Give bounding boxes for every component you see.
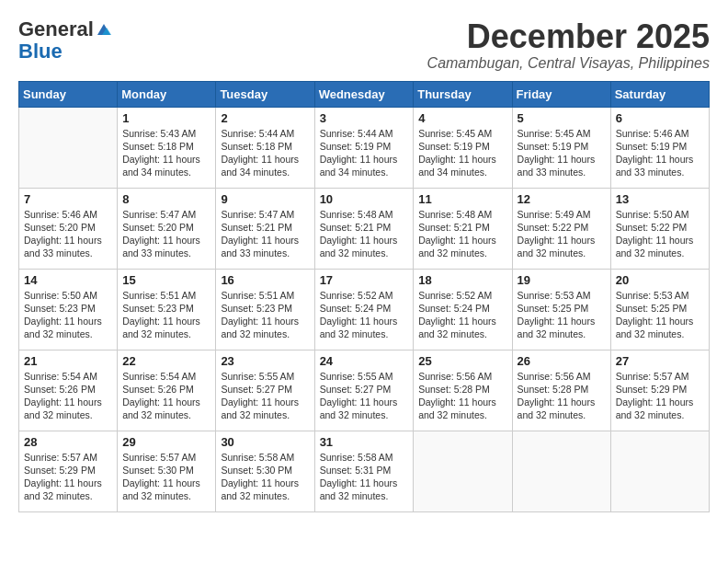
day-info: Sunrise: 5:48 AM Sunset: 5:21 PM Dayligh… (320, 208, 409, 260)
logo: General Blue (18, 18, 112, 63)
calendar-cell: 20Sunrise: 5:53 AM Sunset: 5:25 PM Dayli… (610, 269, 709, 350)
day-info: Sunrise: 5:55 AM Sunset: 5:27 PM Dayligh… (320, 370, 409, 422)
calendar-cell: 26Sunrise: 5:56 AM Sunset: 5:28 PM Dayli… (512, 350, 610, 431)
calendar-cell: 16Sunrise: 5:51 AM Sunset: 5:23 PM Dayli… (216, 269, 314, 350)
logo-blue-text: Blue (18, 40, 63, 63)
day-number: 3 (320, 111, 409, 125)
day-info: Sunrise: 5:43 AM Sunset: 5:18 PM Dayligh… (122, 127, 210, 179)
calendar-cell (414, 431, 512, 511)
logo-icon (96, 22, 112, 37)
week-row-3: 14Sunrise: 5:50 AM Sunset: 5:23 PM Dayli… (19, 269, 710, 350)
calendar-cell: 23Sunrise: 5:55 AM Sunset: 5:27 PM Dayli… (216, 350, 314, 431)
day-info: Sunrise: 5:52 AM Sunset: 5:24 PM Dayligh… (418, 289, 506, 341)
calendar-cell: 18Sunrise: 5:52 AM Sunset: 5:24 PM Dayli… (414, 269, 512, 350)
calendar-cell: 2Sunrise: 5:44 AM Sunset: 5:18 PM Daylig… (216, 107, 314, 188)
day-number: 24 (320, 354, 409, 368)
week-row-4: 21Sunrise: 5:54 AM Sunset: 5:26 PM Dayli… (19, 350, 710, 431)
weekday-header-monday: Monday (118, 81, 216, 107)
day-info: Sunrise: 5:45 AM Sunset: 5:19 PM Dayligh… (518, 127, 606, 179)
day-number: 14 (24, 273, 112, 287)
day-number: 4 (418, 111, 506, 125)
day-info: Sunrise: 5:54 AM Sunset: 5:26 PM Dayligh… (24, 370, 112, 422)
title-block: December 2025 Camambugan, Central Visaya… (427, 18, 710, 72)
day-info: Sunrise: 5:57 AM Sunset: 5:30 PM Dayligh… (122, 451, 210, 503)
day-info: Sunrise: 5:44 AM Sunset: 5:19 PM Dayligh… (320, 127, 409, 179)
calendar-cell: 4Sunrise: 5:45 AM Sunset: 5:19 PM Daylig… (414, 107, 512, 188)
day-info: Sunrise: 5:55 AM Sunset: 5:27 PM Dayligh… (221, 370, 309, 422)
day-number: 23 (221, 354, 309, 368)
day-info: Sunrise: 5:51 AM Sunset: 5:23 PM Dayligh… (221, 289, 309, 341)
calendar-cell: 24Sunrise: 5:55 AM Sunset: 5:27 PM Dayli… (314, 350, 414, 431)
day-number: 7 (24, 192, 112, 206)
calendar-cell: 13Sunrise: 5:50 AM Sunset: 5:22 PM Dayli… (610, 188, 709, 269)
weekday-header-thursday: Thursday (414, 81, 512, 107)
day-number: 21 (24, 354, 112, 368)
calendar-cell: 15Sunrise: 5:51 AM Sunset: 5:23 PM Dayli… (118, 269, 216, 350)
logo-general-text: General (18, 18, 94, 40)
weekday-header-saturday: Saturday (610, 81, 709, 107)
calendar-cell (610, 431, 709, 511)
day-number: 20 (616, 273, 704, 287)
day-info: Sunrise: 5:47 AM Sunset: 5:20 PM Dayligh… (122, 208, 210, 260)
day-info: Sunrise: 5:49 AM Sunset: 5:22 PM Dayligh… (518, 208, 606, 260)
calendar-cell: 21Sunrise: 5:54 AM Sunset: 5:26 PM Dayli… (19, 350, 118, 431)
calendar-cell: 6Sunrise: 5:46 AM Sunset: 5:19 PM Daylig… (610, 107, 709, 188)
calendar-cell: 8Sunrise: 5:47 AM Sunset: 5:20 PM Daylig… (118, 188, 216, 269)
calendar-cell: 17Sunrise: 5:52 AM Sunset: 5:24 PM Dayli… (314, 269, 414, 350)
calendar-cell: 27Sunrise: 5:57 AM Sunset: 5:29 PM Dayli… (610, 350, 709, 431)
location-subtitle: Camambugan, Central Visayas, Philippines (427, 55, 710, 72)
day-info: Sunrise: 5:56 AM Sunset: 5:28 PM Dayligh… (418, 370, 506, 422)
page-header: General Blue December 2025 Camambugan, C… (18, 18, 710, 72)
day-number: 9 (221, 192, 309, 206)
day-info: Sunrise: 5:44 AM Sunset: 5:18 PM Dayligh… (221, 127, 309, 179)
calendar-cell: 11Sunrise: 5:48 AM Sunset: 5:21 PM Dayli… (414, 188, 512, 269)
day-number: 28 (24, 435, 112, 449)
day-number: 17 (320, 273, 409, 287)
day-number: 6 (616, 111, 704, 125)
calendar-cell: 30Sunrise: 5:58 AM Sunset: 5:30 PM Dayli… (216, 431, 314, 511)
calendar-cell (512, 431, 610, 511)
weekday-header-friday: Friday (512, 81, 610, 107)
weekday-header-tuesday: Tuesday (216, 81, 314, 107)
day-number: 26 (518, 354, 606, 368)
calendar-cell: 19Sunrise: 5:53 AM Sunset: 5:25 PM Dayli… (512, 269, 610, 350)
day-info: Sunrise: 5:54 AM Sunset: 5:26 PM Dayligh… (122, 370, 210, 422)
day-number: 8 (122, 192, 210, 206)
day-number: 29 (122, 435, 210, 449)
day-info: Sunrise: 5:45 AM Sunset: 5:19 PM Dayligh… (418, 127, 506, 179)
day-info: Sunrise: 5:58 AM Sunset: 5:30 PM Dayligh… (221, 451, 309, 503)
day-info: Sunrise: 5:57 AM Sunset: 5:29 PM Dayligh… (616, 370, 704, 422)
calendar-cell (19, 107, 118, 188)
calendar-table: SundayMondayTuesdayWednesdayThursdayFrid… (18, 81, 710, 512)
day-info: Sunrise: 5:47 AM Sunset: 5:21 PM Dayligh… (221, 208, 309, 260)
day-info: Sunrise: 5:58 AM Sunset: 5:31 PM Dayligh… (320, 451, 409, 503)
day-info: Sunrise: 5:53 AM Sunset: 5:25 PM Dayligh… (616, 289, 704, 341)
day-number: 25 (418, 354, 506, 368)
week-row-1: 1Sunrise: 5:43 AM Sunset: 5:18 PM Daylig… (19, 107, 710, 188)
day-number: 5 (518, 111, 606, 125)
calendar-cell: 29Sunrise: 5:57 AM Sunset: 5:30 PM Dayli… (118, 431, 216, 511)
calendar-cell: 5Sunrise: 5:45 AM Sunset: 5:19 PM Daylig… (512, 107, 610, 188)
calendar-cell: 7Sunrise: 5:46 AM Sunset: 5:20 PM Daylig… (19, 188, 118, 269)
day-number: 13 (616, 192, 704, 206)
day-number: 15 (122, 273, 210, 287)
calendar-cell: 3Sunrise: 5:44 AM Sunset: 5:19 PM Daylig… (314, 107, 414, 188)
month-year-title: December 2025 (427, 18, 710, 55)
day-number: 16 (221, 273, 309, 287)
day-number: 12 (518, 192, 606, 206)
day-number: 31 (320, 435, 409, 449)
day-number: 18 (418, 273, 506, 287)
day-info: Sunrise: 5:50 AM Sunset: 5:23 PM Dayligh… (24, 289, 112, 341)
calendar-header-row: SundayMondayTuesdayWednesdayThursdayFrid… (19, 81, 710, 107)
day-info: Sunrise: 5:48 AM Sunset: 5:21 PM Dayligh… (418, 208, 506, 260)
calendar-cell: 28Sunrise: 5:57 AM Sunset: 5:29 PM Dayli… (19, 431, 118, 511)
day-number: 22 (122, 354, 210, 368)
day-info: Sunrise: 5:56 AM Sunset: 5:28 PM Dayligh… (518, 370, 606, 422)
day-info: Sunrise: 5:57 AM Sunset: 5:29 PM Dayligh… (24, 451, 112, 503)
calendar-cell: 9Sunrise: 5:47 AM Sunset: 5:21 PM Daylig… (216, 188, 314, 269)
day-info: Sunrise: 5:52 AM Sunset: 5:24 PM Dayligh… (320, 289, 409, 341)
day-info: Sunrise: 5:50 AM Sunset: 5:22 PM Dayligh… (616, 208, 704, 260)
weekday-header-wednesday: Wednesday (314, 81, 414, 107)
day-number: 30 (221, 435, 309, 449)
calendar-cell: 31Sunrise: 5:58 AM Sunset: 5:31 PM Dayli… (314, 431, 414, 511)
